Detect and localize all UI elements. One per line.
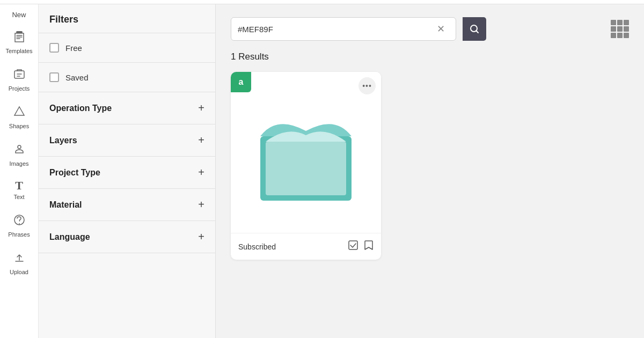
templates-icon (12, 30, 26, 46)
clear-icon[interactable]: ✕ (437, 23, 445, 35)
layers-row[interactable]: Layers + (39, 124, 215, 156)
svg-point-2 (18, 145, 21, 149)
sidebar-item-phrases[interactable]: Phrases (0, 207, 38, 244)
svg-point-4 (19, 223, 20, 224)
operation-type-row[interactable]: Operation Type + (39, 92, 215, 124)
search-box[interactable]: ✕ (231, 17, 456, 41)
sidebar-item-projects-label: Projects (9, 85, 30, 92)
card-image-area: a ••• (231, 72, 381, 233)
sidebar-item-templates[interactable]: Templates (0, 23, 38, 61)
envelope-illustration (250, 99, 362, 206)
material-expand-icon: + (198, 199, 204, 211)
free-filter-row[interactable]: Free (39, 33, 215, 62)
grid-cell (624, 20, 629, 25)
grid-cell (624, 33, 629, 38)
project-type-expand-icon: + (198, 166, 204, 179)
bookmark-icon[interactable] (364, 240, 374, 253)
sidebar-item-shapes-label: Shapes (9, 123, 29, 129)
free-label: Free (65, 43, 82, 53)
sidebar-new-label[interactable]: New (0, 4, 38, 23)
saved-label: Saved (65, 73, 89, 82)
card-more-button[interactable]: ••• (358, 77, 376, 94)
sidebar-item-upload-label: Upload (10, 269, 28, 275)
projects-icon (12, 67, 26, 83)
sidebar-item-upload[interactable]: Upload (0, 244, 38, 282)
subscribed-check-icon[interactable] (348, 240, 358, 253)
more-icon: ••• (362, 82, 372, 90)
sidebar: New Templates Projects (0, 4, 39, 338)
sidebar-item-phrases-label: Phrases (8, 231, 30, 238)
free-checkbox[interactable] (49, 43, 59, 53)
card-badge: a (231, 72, 251, 92)
text-icon: T (15, 180, 23, 192)
grid-cell (617, 33, 623, 38)
material-label: Material (49, 200, 82, 210)
operation-type-expand-icon: + (198, 102, 204, 114)
images-icon (12, 142, 26, 158)
shapes-icon (12, 105, 26, 121)
material-row[interactable]: Material + (39, 189, 215, 221)
saved-checkbox[interactable] (49, 72, 59, 82)
grid-cell (611, 26, 616, 32)
project-type-row[interactable]: Project Type + (39, 157, 215, 188)
search-button[interactable] (463, 17, 486, 41)
results-count: 1 Results (231, 52, 629, 62)
main-content: ✕ 1 Results (216, 4, 644, 338)
svg-rect-1 (14, 71, 24, 78)
sidebar-item-text-label: Text (13, 194, 24, 200)
template-card[interactable]: a ••• (231, 72, 381, 260)
language-row[interactable]: Language + (39, 221, 215, 253)
sidebar-item-projects[interactable]: Projects (0, 61, 38, 98)
grid-view-toggle[interactable] (611, 20, 629, 38)
search-area: ✕ (231, 17, 629, 41)
language-expand-icon: + (198, 231, 204, 243)
card-footer-actions (348, 240, 374, 253)
filters-title: Filters (39, 4, 215, 33)
layers-label: Layers (49, 136, 77, 145)
language-label: Language (49, 232, 90, 242)
operation-type-label: Operation Type (49, 104, 112, 113)
search-icon (469, 24, 480, 34)
saved-filter-row[interactable]: Saved (39, 63, 215, 92)
sidebar-item-images[interactable]: Images (0, 136, 38, 173)
upload-icon (12, 251, 26, 267)
layers-expand-icon: + (198, 134, 204, 146)
grid-cell (617, 20, 623, 25)
cards-grid: a ••• (231, 72, 629, 260)
grid-cell (611, 33, 616, 38)
sidebar-item-templates-label: Templates (5, 48, 32, 54)
card-badge-letter: a (239, 77, 244, 87)
phrases-icon (12, 213, 26, 229)
filters-panel: Filters Free Saved Operation Type + Laye… (39, 4, 216, 338)
sidebar-item-text[interactable]: T Text (0, 173, 38, 207)
sidebar-item-shapes[interactable]: Shapes (0, 98, 38, 136)
grid-cell (624, 26, 629, 32)
search-input[interactable] (238, 25, 437, 34)
card-footer: Subscribed (231, 233, 381, 260)
svg-rect-7 (266, 142, 346, 195)
card-footer-label: Subscribed (238, 243, 276, 251)
project-type-label: Project Type (49, 168, 100, 178)
grid-cell (617, 26, 623, 32)
sidebar-item-images-label: Images (9, 160, 28, 167)
grid-cell (611, 20, 616, 25)
